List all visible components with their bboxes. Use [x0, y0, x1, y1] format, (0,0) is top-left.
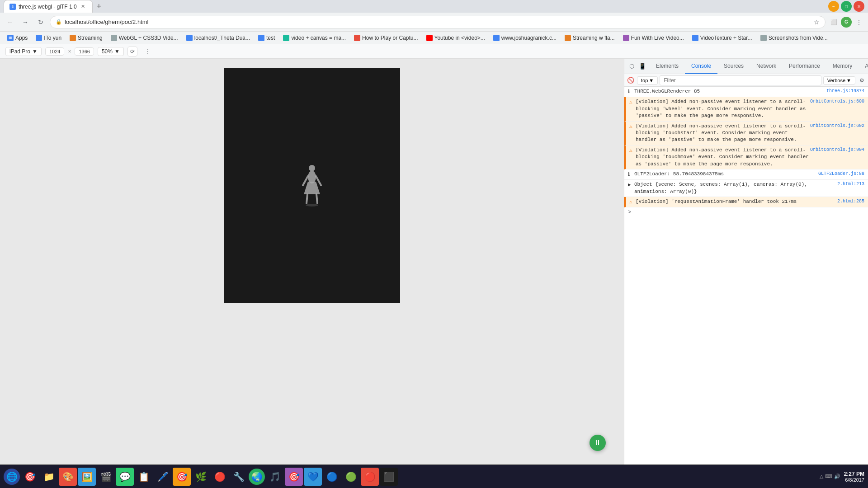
tab-sources[interactable]: Sources	[717, 59, 750, 74]
tab-memory[interactable]: Memory	[826, 59, 859, 74]
bk-icon-6	[354, 35, 360, 41]
bookmark-label: How to Play or Captu...	[362, 35, 418, 41]
console-settings-btn[interactable]: ⚙	[857, 76, 866, 85]
extensions-btn[interactable]: ⬜	[828, 17, 839, 28]
tab-performance[interactable]: Performance	[783, 59, 826, 74]
console-input[interactable]	[634, 210, 864, 216]
console-link-4[interactable]: GLTF2Loader.js:88	[818, 171, 864, 177]
bookmark-video-canvas[interactable]: video + canvas = ma...	[279, 34, 349, 42]
bookmark-funlive[interactable]: Fun With Live Video...	[619, 34, 688, 42]
console-link-1[interactable]: OrbitControls.js:600	[810, 99, 864, 105]
context-selector[interactable]: top ▼	[637, 76, 658, 84]
taskbar-icon-18[interactable]: 🔴	[361, 468, 379, 486]
active-tab[interactable]: 3 three.js webgl - glTF 1.0 ✕	[4, 0, 93, 13]
close-btn[interactable]: ✕	[854, 1, 864, 12]
taskbar-icon-15[interactable]: 💙	[304, 468, 322, 486]
console-entry-1: ⚠ [Violation] Added non-passive event li…	[624, 97, 868, 121]
taskbar-icon-1[interactable]: 📁	[40, 468, 58, 486]
console-link-5[interactable]: 2.html:213	[837, 181, 864, 188]
bookmark-test[interactable]: test	[255, 34, 278, 42]
taskbar-icon-3[interactable]: 🖼️	[78, 468, 96, 486]
refresh-btn[interactable]: ↻	[34, 16, 47, 28]
console-content: ℹ THREE.WebGLRenderer 85 three.js:19874 …	[624, 87, 868, 465]
tab-close-btn[interactable]: ✕	[80, 3, 87, 10]
tab-network[interactable]: Network	[750, 59, 783, 74]
tab-console[interactable]: Console	[685, 59, 717, 74]
console-clear-btn[interactable]: 🚫	[626, 76, 635, 85]
taskbar-icon-6[interactable]: 📋	[135, 468, 153, 486]
svg-point-7	[306, 204, 318, 206]
violation-icon-6: ⚠	[629, 199, 636, 206]
log-level-selector[interactable]: Verbose ▼	[823, 76, 855, 84]
taskbar-icon-13[interactable]: 🎵	[266, 468, 284, 486]
viewport-height[interactable]: 1366	[75, 47, 94, 56]
taskbar-icon-11[interactable]: 🔧	[230, 468, 248, 486]
console-link-0[interactable]: three.js:19874	[826, 88, 864, 94]
taskbar-icon-7[interactable]: 🖊️	[154, 468, 172, 486]
forward-btn[interactable]: →	[19, 16, 32, 28]
menu-btn[interactable]: ⋮	[854, 17, 864, 28]
bookmark-ito[interactable]: ITo yun	[32, 34, 65, 42]
minimize-btn[interactable]: −	[828, 1, 839, 12]
bookmark-youtube[interactable]: Youtube in <video>...	[423, 34, 489, 42]
device-selector[interactable]: iPad Pro ▼	[5, 47, 42, 56]
floating-action-btn[interactable]: ⏸	[590, 435, 606, 451]
taskbar-icon-12[interactable]: 🌏	[249, 469, 265, 485]
tab-application[interactable]: Application	[859, 59, 868, 74]
tab-elements[interactable]: Elements	[650, 59, 685, 74]
taskbar-icon-14[interactable]: 🎯	[285, 468, 303, 486]
zoom-selector[interactable]: 50% ▼	[98, 47, 124, 56]
bookmark-joshua[interactable]: www.joshuagranick.c...	[490, 34, 560, 42]
taskbar-sys-icons: △ ⌨ 🔊	[820, 474, 840, 479]
console-link-2[interactable]: OrbitControls.js:602	[810, 123, 864, 129]
taskbar-icon-5[interactable]: 💬	[116, 468, 134, 486]
new-tab-btn[interactable]: +	[93, 0, 105, 13]
bookmark-streaming2[interactable]: Streaming w fla...	[561, 34, 618, 42]
taskbar-icon-2[interactable]: 🎨	[59, 468, 77, 486]
console-prompt[interactable]: >	[624, 207, 868, 217]
taskbar-clock[interactable]: 2:27 PM 6/8/2017	[844, 471, 864, 483]
maximize-btn[interactable]: □	[841, 1, 852, 12]
bookmark-theta[interactable]: localhost/_Theta Dua...	[183, 34, 254, 42]
taskbar-start-btn[interactable]: 🌐	[4, 469, 20, 485]
address-bar[interactable]: 🔒 localhost/office/ghem/poc/2.html ☆	[50, 16, 826, 28]
console-link-3[interactable]: OrbitControls.js:904	[810, 147, 864, 153]
volume-icon: 🔊	[834, 474, 840, 479]
bk-icon-3	[186, 35, 193, 41]
rotate-btn[interactable]: ⟳	[127, 47, 137, 56]
console-text-2: [Violation] Added non-passive event list…	[636, 123, 810, 144]
bookmark-webgl[interactable]: WebGL + CSS3D Vide...	[107, 34, 182, 42]
context-value: top	[641, 78, 648, 83]
zoom-value: 50%	[102, 48, 113, 55]
expand-icon-5[interactable]: ▶	[628, 182, 634, 188]
device-dropdown-icon: ▼	[32, 48, 38, 55]
taskbar-icon-0[interactable]: 🎯	[21, 468, 39, 486]
sys-icon-0: △	[820, 474, 823, 479]
taskbar-icon-8[interactable]: 🎯	[173, 468, 191, 486]
more-options-btn[interactable]: ⋮	[143, 47, 153, 56]
console-link-6[interactable]: 2.html:285	[837, 198, 864, 205]
viewport-width[interactable]: 1024	[45, 47, 64, 56]
bookmark-screenshots[interactable]: Screenshots from Vide...	[757, 34, 831, 42]
bookmark-howto[interactable]: How to Play or Captu...	[350, 34, 421, 42]
bk-icon-10	[623, 35, 629, 41]
bookmark-streaming[interactable]: Streaming	[66, 34, 106, 42]
prompt-arrow-icon: >	[628, 209, 631, 216]
back-btn[interactable]: ←	[4, 16, 16, 28]
svg-line-4	[316, 176, 321, 185]
bookmark-star-icon[interactable]: ☆	[814, 19, 820, 26]
ghem-ext-btn[interactable]: G	[841, 17, 852, 28]
inspect-element-btn[interactable]: ⬡	[627, 62, 636, 71]
bookmark-videotexture[interactable]: VideoTexture + Star...	[689, 34, 756, 42]
console-filter-input[interactable]	[660, 75, 821, 85]
device-toggle-btn[interactable]: 📱	[638, 62, 647, 71]
tab-favicon: 3	[9, 4, 16, 10]
taskbar-icon-16[interactable]: 🔵	[323, 468, 341, 486]
taskbar-icon-4[interactable]: 🎬	[97, 468, 115, 486]
main-area: ⬡ 📱 Elements Console Sources Network Per…	[0, 59, 868, 465]
taskbar-icon-10[interactable]: 🔴	[211, 468, 229, 486]
taskbar-icon-19[interactable]: ⬛	[380, 468, 398, 486]
taskbar-icon-9[interactable]: 🌿	[192, 468, 210, 486]
taskbar-icon-17[interactable]: 🟢	[342, 468, 360, 486]
bookmark-apps[interactable]: ▦ Apps	[4, 34, 31, 42]
